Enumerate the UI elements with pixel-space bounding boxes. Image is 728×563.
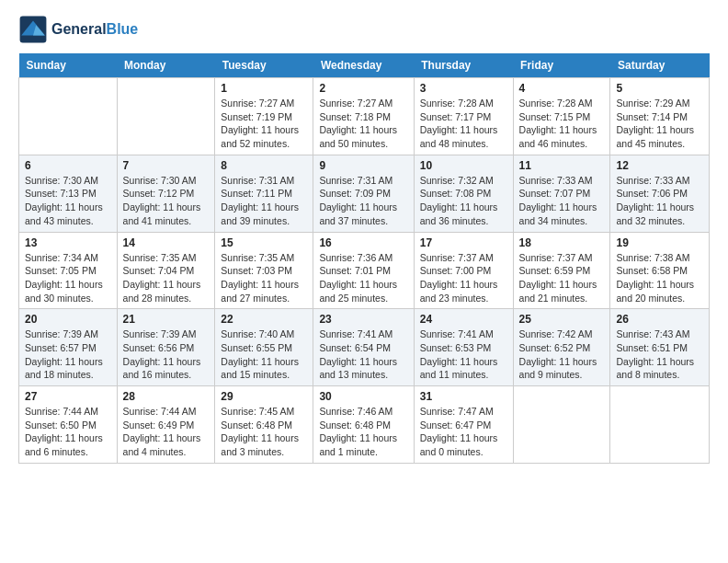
calendar-cell: 7Sunrise: 7:30 AM Sunset: 7:12 PM Daylig… bbox=[117, 155, 215, 232]
day-info: Sunrise: 7:33 AM Sunset: 7:07 PM Dayligh… bbox=[519, 174, 605, 228]
day-info: Sunrise: 7:40 AM Sunset: 6:55 PM Dayligh… bbox=[221, 327, 307, 382]
calendar-week-row: 27Sunrise: 7:44 AM Sunset: 6:50 PM Dayli… bbox=[19, 386, 710, 464]
logo: GeneralBlue bbox=[18, 15, 138, 44]
day-number: 4 bbox=[519, 82, 605, 95]
weekday-header: Sunday bbox=[19, 53, 118, 78]
calendar-cell: 19Sunrise: 7:38 AM Sunset: 6:58 PM Dayli… bbox=[610, 232, 710, 309]
day-info: Sunrise: 7:32 AM Sunset: 7:08 PM Dayligh… bbox=[420, 174, 507, 228]
day-info: Sunrise: 7:28 AM Sunset: 7:17 PM Dayligh… bbox=[420, 97, 507, 151]
day-info: Sunrise: 7:30 AM Sunset: 7:13 PM Dayligh… bbox=[25, 174, 111, 228]
calendar-week-row: 1Sunrise: 7:27 AM Sunset: 7:19 PM Daylig… bbox=[19, 78, 710, 155]
day-number: 28 bbox=[123, 390, 210, 403]
calendar-cell: 9Sunrise: 7:31 AM Sunset: 7:09 PM Daylig… bbox=[313, 155, 414, 232]
day-number: 7 bbox=[123, 159, 210, 172]
calendar-week-row: 20Sunrise: 7:39 AM Sunset: 6:57 PM Dayli… bbox=[19, 309, 710, 386]
day-info: Sunrise: 7:34 AM Sunset: 7:05 PM Dayligh… bbox=[25, 251, 111, 305]
day-info: Sunrise: 7:35 AM Sunset: 7:04 PM Dayligh… bbox=[123, 251, 210, 305]
day-info: Sunrise: 7:28 AM Sunset: 7:15 PM Dayligh… bbox=[519, 97, 605, 151]
day-number: 17 bbox=[420, 236, 507, 249]
day-number: 16 bbox=[319, 236, 407, 249]
calendar-cell: 22Sunrise: 7:40 AM Sunset: 6:55 PM Dayli… bbox=[215, 309, 313, 386]
day-number: 30 bbox=[319, 390, 407, 403]
day-number: 6 bbox=[25, 159, 111, 172]
day-number: 23 bbox=[319, 313, 407, 326]
day-number: 29 bbox=[221, 390, 307, 403]
day-number: 12 bbox=[616, 159, 703, 172]
day-info: Sunrise: 7:46 AM Sunset: 6:48 PM Dayligh… bbox=[319, 405, 407, 459]
calendar-cell: 1Sunrise: 7:27 AM Sunset: 7:19 PM Daylig… bbox=[215, 78, 313, 155]
calendar-cell bbox=[513, 386, 610, 464]
day-number: 15 bbox=[221, 236, 307, 249]
calendar-cell bbox=[117, 78, 215, 155]
day-number: 19 bbox=[616, 236, 703, 249]
day-info: Sunrise: 7:44 AM Sunset: 6:50 PM Dayligh… bbox=[25, 405, 111, 459]
day-info: Sunrise: 7:41 AM Sunset: 6:53 PM Dayligh… bbox=[420, 327, 507, 382]
calendar-cell: 24Sunrise: 7:41 AM Sunset: 6:53 PM Dayli… bbox=[414, 309, 513, 386]
day-info: Sunrise: 7:45 AM Sunset: 6:48 PM Dayligh… bbox=[221, 405, 307, 459]
day-info: Sunrise: 7:36 AM Sunset: 7:01 PM Dayligh… bbox=[319, 251, 407, 305]
day-info: Sunrise: 7:39 AM Sunset: 6:57 PM Dayligh… bbox=[25, 327, 111, 382]
calendar-cell bbox=[19, 78, 118, 155]
day-number: 13 bbox=[25, 236, 111, 249]
day-number: 25 bbox=[519, 313, 605, 326]
weekday-header: Wednesday bbox=[313, 53, 414, 78]
day-info: Sunrise: 7:41 AM Sunset: 6:54 PM Dayligh… bbox=[319, 327, 407, 382]
calendar-cell: 5Sunrise: 7:29 AM Sunset: 7:14 PM Daylig… bbox=[610, 78, 710, 155]
weekday-header: Thursday bbox=[414, 53, 513, 78]
calendar-cell: 8Sunrise: 7:31 AM Sunset: 7:11 PM Daylig… bbox=[215, 155, 313, 232]
day-info: Sunrise: 7:39 AM Sunset: 6:56 PM Dayligh… bbox=[123, 327, 210, 382]
day-number: 31 bbox=[420, 390, 507, 403]
day-info: Sunrise: 7:47 AM Sunset: 6:47 PM Dayligh… bbox=[420, 405, 507, 459]
day-number: 22 bbox=[221, 313, 307, 326]
day-number: 3 bbox=[420, 82, 507, 95]
day-number: 14 bbox=[123, 236, 210, 249]
day-info: Sunrise: 7:27 AM Sunset: 7:18 PM Dayligh… bbox=[319, 97, 407, 151]
calendar-cell: 23Sunrise: 7:41 AM Sunset: 6:54 PM Dayli… bbox=[313, 309, 414, 386]
day-number: 20 bbox=[25, 313, 111, 326]
calendar-cell: 13Sunrise: 7:34 AM Sunset: 7:05 PM Dayli… bbox=[19, 232, 118, 309]
logo-text: GeneralBlue bbox=[51, 21, 138, 38]
day-number: 5 bbox=[616, 82, 703, 95]
calendar-cell: 28Sunrise: 7:44 AM Sunset: 6:49 PM Dayli… bbox=[117, 386, 215, 464]
calendar-cell bbox=[610, 386, 710, 464]
calendar-cell: 21Sunrise: 7:39 AM Sunset: 6:56 PM Dayli… bbox=[117, 309, 215, 386]
calendar-cell: 2Sunrise: 7:27 AM Sunset: 7:18 PM Daylig… bbox=[313, 78, 414, 155]
calendar-cell: 27Sunrise: 7:44 AM Sunset: 6:50 PM Dayli… bbox=[19, 386, 118, 464]
day-number: 10 bbox=[420, 159, 507, 172]
calendar-cell: 26Sunrise: 7:43 AM Sunset: 6:51 PM Dayli… bbox=[610, 309, 710, 386]
calendar-cell: 16Sunrise: 7:36 AM Sunset: 7:01 PM Dayli… bbox=[313, 232, 414, 309]
calendar-cell: 18Sunrise: 7:37 AM Sunset: 6:59 PM Dayli… bbox=[513, 232, 610, 309]
day-info: Sunrise: 7:27 AM Sunset: 7:19 PM Dayligh… bbox=[221, 97, 307, 151]
calendar-cell: 15Sunrise: 7:35 AM Sunset: 7:03 PM Dayli… bbox=[215, 232, 313, 309]
weekday-header: Saturday bbox=[610, 53, 710, 78]
calendar-cell: 10Sunrise: 7:32 AM Sunset: 7:08 PM Dayli… bbox=[414, 155, 513, 232]
calendar-table: SundayMondayTuesdayWednesdayThursdayFrid… bbox=[18, 53, 710, 464]
day-number: 11 bbox=[519, 159, 605, 172]
weekday-header: Monday bbox=[117, 53, 215, 78]
calendar-cell: 14Sunrise: 7:35 AM Sunset: 7:04 PM Dayli… bbox=[117, 232, 215, 309]
day-info: Sunrise: 7:37 AM Sunset: 7:00 PM Dayligh… bbox=[420, 251, 507, 305]
day-info: Sunrise: 7:33 AM Sunset: 7:06 PM Dayligh… bbox=[616, 174, 703, 228]
day-info: Sunrise: 7:38 AM Sunset: 6:58 PM Dayligh… bbox=[616, 251, 703, 305]
calendar-cell: 3Sunrise: 7:28 AM Sunset: 7:17 PM Daylig… bbox=[414, 78, 513, 155]
calendar-cell: 6Sunrise: 7:30 AM Sunset: 7:13 PM Daylig… bbox=[19, 155, 118, 232]
day-number: 18 bbox=[519, 236, 605, 249]
calendar-cell: 12Sunrise: 7:33 AM Sunset: 7:06 PM Dayli… bbox=[610, 155, 710, 232]
day-info: Sunrise: 7:37 AM Sunset: 6:59 PM Dayligh… bbox=[519, 251, 605, 305]
calendar-cell: 11Sunrise: 7:33 AM Sunset: 7:07 PM Dayli… bbox=[513, 155, 610, 232]
calendar-week-row: 6Sunrise: 7:30 AM Sunset: 7:13 PM Daylig… bbox=[19, 155, 710, 232]
weekday-header: Tuesday bbox=[215, 53, 313, 78]
day-number: 21 bbox=[123, 313, 210, 326]
day-info: Sunrise: 7:44 AM Sunset: 6:49 PM Dayligh… bbox=[123, 405, 210, 459]
day-info: Sunrise: 7:30 AM Sunset: 7:12 PM Dayligh… bbox=[123, 174, 210, 228]
calendar-cell: 30Sunrise: 7:46 AM Sunset: 6:48 PM Dayli… bbox=[313, 386, 414, 464]
calendar-cell: 17Sunrise: 7:37 AM Sunset: 7:00 PM Dayli… bbox=[414, 232, 513, 309]
day-info: Sunrise: 7:31 AM Sunset: 7:11 PM Dayligh… bbox=[221, 174, 307, 228]
calendar-cell: 4Sunrise: 7:28 AM Sunset: 7:15 PM Daylig… bbox=[513, 78, 610, 155]
day-info: Sunrise: 7:43 AM Sunset: 6:51 PM Dayligh… bbox=[616, 327, 703, 382]
weekday-header: Friday bbox=[513, 53, 610, 78]
day-number: 1 bbox=[221, 82, 307, 95]
day-info: Sunrise: 7:29 AM Sunset: 7:14 PM Dayligh… bbox=[616, 97, 703, 151]
calendar-cell: 31Sunrise: 7:47 AM Sunset: 6:47 PM Dayli… bbox=[414, 386, 513, 464]
day-number: 2 bbox=[319, 82, 407, 95]
